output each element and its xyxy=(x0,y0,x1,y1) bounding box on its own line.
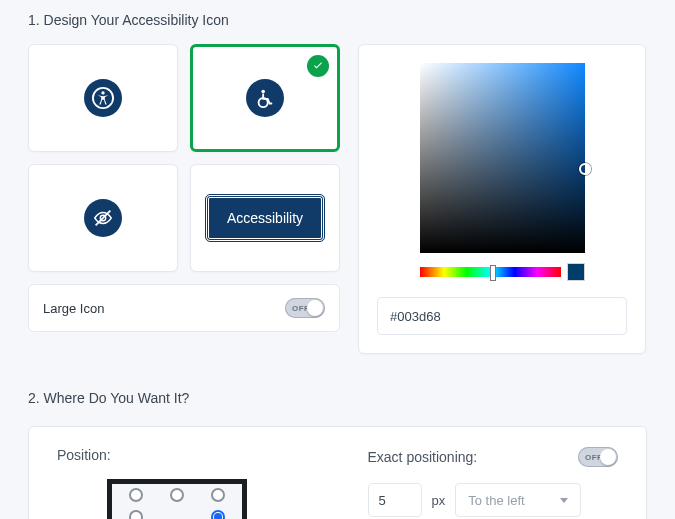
hue-slider[interactable] xyxy=(420,267,561,277)
position-label: Position: xyxy=(57,447,308,463)
icon-tile-person[interactable] xyxy=(28,44,178,152)
wheelchair-icon xyxy=(246,79,284,117)
toggle-off-text: OFF xyxy=(292,304,310,313)
direction-select-1-label: To the left xyxy=(468,493,524,508)
exact-toggle-off: OFF xyxy=(585,453,603,462)
exact-toggle[interactable]: OFF xyxy=(578,447,618,467)
icon-tile-label[interactable]: Accessibility xyxy=(190,164,340,272)
color-saturation-panel[interactable] xyxy=(420,63,585,253)
pos-mid-left[interactable] xyxy=(129,510,143,519)
icon-grid: Accessibility Large Icon OFF xyxy=(28,44,340,332)
unit-px: px xyxy=(432,493,446,508)
check-icon xyxy=(307,55,329,77)
large-icon-row: Large Icon OFF xyxy=(28,284,340,332)
svg-point-1 xyxy=(101,91,104,94)
color-swatch xyxy=(567,263,585,281)
svg-point-2 xyxy=(261,90,265,94)
chevron-down-icon xyxy=(560,498,568,503)
position-grid xyxy=(107,479,247,519)
accessibility-person-icon xyxy=(84,79,122,117)
exact-value-1[interactable] xyxy=(368,483,422,517)
section-2-title: 2. Where Do You Want It? xyxy=(28,390,647,406)
eye-slash-icon xyxy=(84,199,122,237)
position-panel: Position: Exact positioning: OFF xyxy=(28,426,647,519)
direction-select-1[interactable]: To the left xyxy=(455,483,581,517)
accessibility-label-button: Accessibility xyxy=(206,195,324,241)
icon-tile-wheelchair[interactable] xyxy=(190,44,340,152)
design-row: Accessibility Large Icon OFF xyxy=(28,44,647,354)
pos-top-center[interactable] xyxy=(170,488,184,502)
exact-col: Exact positioning: OFF px To the left px xyxy=(368,447,619,519)
pos-top-left[interactable] xyxy=(129,488,143,502)
color-picker-card xyxy=(358,44,646,354)
section-1-title: 1. Design Your Accessibility Icon xyxy=(28,12,647,28)
icon-tile-eye[interactable] xyxy=(28,164,178,272)
position-col: Position: xyxy=(57,447,308,519)
pos-mid-right[interactable] xyxy=(211,510,225,519)
exact-label: Exact positioning: xyxy=(368,449,478,465)
sv-cursor[interactable] xyxy=(579,163,591,175)
pos-top-right[interactable] xyxy=(211,488,225,502)
hue-row xyxy=(420,263,585,281)
exact-row-1: px To the left xyxy=(368,483,619,517)
large-icon-toggle[interactable]: OFF xyxy=(285,298,325,318)
hex-input[interactable] xyxy=(377,297,627,335)
large-icon-label: Large Icon xyxy=(43,301,104,316)
